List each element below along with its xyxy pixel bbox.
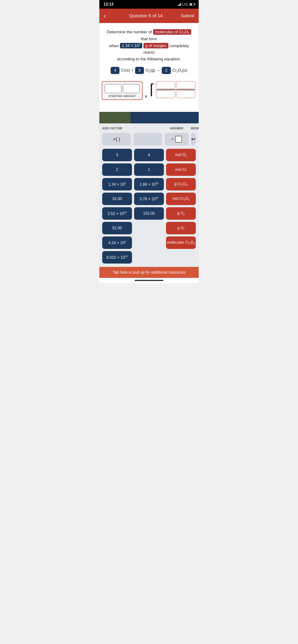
home-indicator [99,278,199,283]
btn-molecules-cr2o3[interactable]: molecules Cr2O3 [166,236,196,249]
reset-button[interactable]: ↩ [191,133,196,146]
starting-amount-box: STARTING AMOUNT [102,81,142,100]
btn-2[interactable]: 2 [102,164,132,176]
answer-label: ANSWER [165,127,189,130]
open-brace: ⌈ [150,82,155,97]
controls-header: ADD FACTOR ANSWER RESET [102,127,196,130]
q-line1-suffix: that form [141,37,157,41]
status-right: LTE [178,3,194,6]
frac-input-1b[interactable] [176,81,195,89]
btn-empty-4 [166,251,196,264]
home-bar [135,280,163,281]
oxygen-highlight: g of oxygen [143,43,169,48]
q-line3: according to the following equation: [117,57,181,61]
controls-area: ADD FACTOR ANSWER RESET ×( ) = ↩ 3 4 mol… [99,124,199,267]
btn-424e3[interactable]: 4.24 × 103 [102,236,132,249]
starting-inputs [105,84,140,93]
starting-amount-highlight: 1.34 × 103 [120,43,142,48]
fraction-1 [156,81,195,98]
starting-unit-input[interactable] [123,84,140,93]
answer-button[interactable]: = [165,133,189,146]
question-area: Determine the number of molecules of Cr2… [99,23,199,78]
btn-15200[interactable]: 152.00 [134,207,164,220]
battery-icon [190,3,194,6]
product-text: Cr2O3(s) [172,68,187,73]
btn-168e25[interactable]: 1.68 × 1025 [134,178,164,190]
btn-g-cr[interactable]: g Cr [166,222,196,234]
btn-5200[interactable]: 52.00 [102,222,132,234]
reactant1-text: Cr(s) + [121,68,133,73]
coeff3-badge: 2 [162,67,171,74]
status-time: 12:13 [104,2,113,6]
equals-sign: = [171,137,174,141]
btn-252e25[interactable]: 2.52 × 1025 [102,207,132,220]
btn-empty-2 [134,236,164,249]
multiply-sign: × [144,94,147,100]
equation-row: 4 Cr(s) + 3 O2(g) → 2 Cr2O3(s) [104,67,194,74]
btn-empty-1 [134,222,164,234]
fraction-1-denominator [156,90,195,98]
btn-mol-o2[interactable]: mol O2 [166,149,196,161]
coeff1-badge: 4 [111,67,119,74]
reset-icon: ↩ [191,136,196,142]
btn-1[interactable]: 1 [134,164,164,176]
blank-button[interactable] [133,133,162,146]
question-text: Determine the number of molecules of Cr2… [104,29,194,62]
fraction-1-numerator [156,81,195,89]
btn-g-cr2o3[interactable]: g Cr2O3 [166,178,196,190]
btn-3[interactable]: 3 [102,149,132,161]
starting-value-input[interactable] [105,84,121,93]
submit-button[interactable]: Submit [181,14,194,18]
reset-label: RESET [191,127,199,130]
fractions-col [156,81,195,98]
btn-g-o2[interactable]: g O2 [166,207,196,220]
question-counter: Question 5 of 14 [129,13,163,18]
btn-1340[interactable]: 1.34 × 103 [102,178,132,190]
frac-input-1a[interactable] [156,81,175,89]
signal-icon [178,3,181,6]
btn-4[interactable]: 4 [134,149,164,161]
q-line2-when: when [109,43,120,48]
answer-box [175,136,182,142]
btn-empty-3 [134,251,164,264]
btn-mol-cr2o3[interactable]: mol Cr2O3 [166,192,196,205]
footer-text: Tap here or pull up for additional resou… [112,270,185,274]
reactant2-text: O2(g) → [145,68,160,73]
btn-3200[interactable]: 32.00 [102,192,132,205]
footer[interactable]: Tap here or pull up for additional resou… [99,267,199,278]
frac-input-1c[interactable] [156,90,175,98]
header: ‹ Question 5 of 14 Submit [99,8,199,23]
status-bar: 12:13 LTE [99,0,199,8]
buttons-grid: 3 4 mol O2 2 1 mol Cr 1.34 × 103 1.68 × … [102,149,196,264]
q-line1-prefix: Determine the number of [107,30,152,34]
btn-avogadro[interactable]: 6.022 × 1023 [102,251,132,264]
dark-divider [99,112,199,124]
btn-mol-cr[interactable]: mol Cr [166,164,196,176]
blank-label [133,127,162,130]
back-button[interactable]: ‹ [104,12,111,20]
workspace: STARTING AMOUNT × ⌈ [99,78,199,112]
divider-left [99,112,130,124]
frac-line-1 [156,89,195,90]
add-factor-button[interactable]: ×( ) [102,133,131,146]
frac-input-1d[interactable] [176,90,195,98]
btn-378e25[interactable]: 3.78 × 1025 [134,192,164,205]
lte-label: LTE [182,3,188,6]
controls-row: ×( ) = ↩ [102,133,196,146]
molecules-highlight: molecules of Cr2O3 [153,29,192,35]
add-factor-label: ADD FACTOR [102,127,131,130]
fraction-group: ⌈ [150,81,195,98]
coeff2-badge: 3 [135,67,144,74]
add-factor-btn-label: ×( ) [113,136,120,142]
starting-label: STARTING AMOUNT [108,95,136,98]
